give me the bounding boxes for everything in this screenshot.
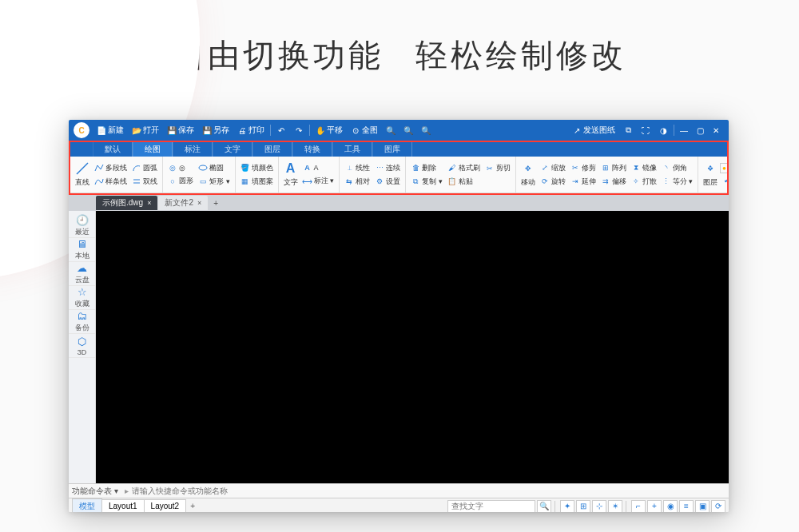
- fillet-tool[interactable]: ◝倒角: [659, 162, 696, 174]
- viewport-toggle[interactable]: ▣: [695, 500, 710, 513]
- maximize-button[interactable]: ▢: [692, 120, 708, 141]
- copy-tool[interactable]: ⧉复制 ▾: [408, 176, 445, 188]
- close-tab-icon[interactable]: ×: [197, 199, 201, 207]
- rotate-tool[interactable]: ⟳旋转: [538, 176, 568, 188]
- help-button[interactable]: ◑: [654, 120, 672, 141]
- fullscreen-button[interactable]: ⛶: [637, 120, 654, 141]
- continue-tool[interactable]: ⋯连续: [372, 162, 403, 174]
- undo-button[interactable]: ↶: [272, 120, 290, 141]
- open-button[interactable]: 📂打开: [128, 120, 163, 141]
- save-button[interactable]: 💾保存: [163, 120, 198, 141]
- eye-tool[interactable]: ◎◎: [165, 162, 196, 173]
- track-toggle[interactable]: +: [647, 500, 662, 513]
- trim-tool[interactable]: ✂修剪: [568, 162, 598, 174]
- align-tool[interactable]: ⇆相对: [342, 176, 372, 188]
- refresh-button[interactable]: ⟳: [711, 500, 725, 513]
- layout-tab[interactable]: Layout1: [101, 499, 145, 512]
- copy-link-button[interactable]: ⧉: [619, 120, 637, 141]
- cut-tool[interactable]: ✂剪切: [483, 162, 513, 174]
- menu-library[interactable]: 图库: [372, 142, 412, 157]
- dimension-tool[interactable]: ⟷标注 ▾: [300, 175, 337, 187]
- sidebar-item-local[interactable]: 🖥本地: [69, 238, 95, 262]
- new-button[interactable]: 📄新建: [93, 120, 128, 141]
- annotate-tool[interactable]: AA: [300, 162, 337, 173]
- divide-tool[interactable]: ⋮等分 ▾: [659, 176, 696, 188]
- menu-layer[interactable]: 图层: [252, 142, 292, 157]
- extend-tool[interactable]: ⇥延伸: [568, 176, 598, 188]
- sidebar-item-recent[interactable]: 🕘最近: [69, 214, 95, 238]
- zoom-fit-button[interactable]: ⊙全图: [347, 120, 382, 141]
- add-layout[interactable]: +: [185, 502, 200, 510]
- osnap-toggle[interactable]: ⌐: [631, 500, 646, 513]
- mirror-tool[interactable]: ⧗镜像: [629, 162, 659, 174]
- layout-tab-model[interactable]: 模型: [72, 498, 102, 513]
- menu-draw[interactable]: 绘图: [133, 142, 173, 157]
- mline-tool[interactable]: 双线: [129, 176, 160, 188]
- close-tab-icon[interactable]: ×: [147, 199, 151, 207]
- file-tab[interactable]: 示例图.dwg×: [96, 196, 157, 210]
- menu-tools[interactable]: 工具: [332, 142, 372, 157]
- file-tab[interactable]: 新文件2×: [158, 196, 208, 210]
- drawing-canvas[interactable]: [96, 211, 729, 483]
- fillcolor-tool[interactable]: 🪣填颜色: [238, 162, 276, 174]
- add-file-tab[interactable]: +: [209, 199, 223, 208]
- rect-tool[interactable]: ▭矩形 ▾: [196, 176, 233, 188]
- saveas-button[interactable]: 💾另存: [198, 120, 233, 141]
- move-tool[interactable]: ✥ 移动: [519, 158, 538, 191]
- redo-icon: ↷: [294, 125, 304, 135]
- send-drawing-button[interactable]: ↗发送图纸: [568, 120, 619, 141]
- linetype-tool[interactable]: ⟂线性: [342, 162, 372, 174]
- main-area: 🕘最近 🖥本地 ☁云盘 ☆收藏 🗂备份 ⬡3D: [69, 211, 729, 483]
- sidebar-item-favorite[interactable]: ☆收藏: [69, 286, 95, 310]
- redo-button[interactable]: ↷: [290, 120, 308, 141]
- snap-toggle[interactable]: ✦: [560, 500, 574, 513]
- menu-convert[interactable]: 转换: [292, 142, 332, 157]
- lineweight-toggle[interactable]: ≡: [679, 500, 694, 513]
- settings-tool[interactable]: ⚙设置: [372, 176, 403, 188]
- array-tool[interactable]: ⊞阵列: [598, 162, 629, 174]
- layer-manager[interactable]: ❖ 图层: [701, 158, 720, 191]
- polar-toggle[interactable]: ✶: [608, 500, 622, 513]
- print-button[interactable]: 🖨打印: [233, 120, 268, 141]
- grid-toggle[interactable]: ⊞: [576, 500, 590, 513]
- explode-tool[interactable]: ✧打散: [629, 176, 659, 188]
- zoom-in-button[interactable]: 🔍: [382, 120, 400, 141]
- matchprop-tool[interactable]: 🖌格式刷: [445, 162, 483, 174]
- command-input[interactable]: [132, 486, 725, 495]
- sidebar-item-cloud[interactable]: ☁云盘: [69, 262, 95, 286]
- delete-tool[interactable]: 🗑删除: [408, 162, 445, 174]
- spline-tool[interactable]: 样条线: [92, 176, 129, 188]
- color-toggle[interactable]: ◉: [663, 500, 678, 513]
- command-label[interactable]: 功能命令表 ▾: [72, 486, 118, 497]
- feature-highlight: 默认 绘图 标注 文字 图层 转换 工具 图库 直线 多段线 样条线: [69, 141, 729, 195]
- menu-text[interactable]: 文字: [213, 142, 252, 157]
- search-input[interactable]: [447, 500, 535, 513]
- polyline-tool[interactable]: 多段线: [92, 162, 129, 174]
- menu-dimension[interactable]: 标注: [173, 142, 213, 157]
- text-tool[interactable]: A 文字: [281, 158, 300, 191]
- circle-icon: ○: [168, 177, 177, 186]
- paste-tool[interactable]: 📋粘贴: [445, 176, 483, 188]
- circle-tool[interactable]: ○圆形: [165, 175, 196, 187]
- bucket-icon: 🪣: [240, 163, 250, 173]
- search-button[interactable]: 🔍: [537, 500, 551, 513]
- lw-icon: ≡: [684, 502, 689, 510]
- scale-tool[interactable]: ⤢缩放: [538, 162, 568, 174]
- line-tool[interactable]: 直线: [73, 158, 92, 191]
- layout-tab[interactable]: Layout2: [144, 499, 187, 512]
- sidebar-item-3d[interactable]: ⬡3D: [69, 334, 95, 358]
- ellipse-tool[interactable]: 椭圆: [196, 162, 233, 174]
- zoom-window-button[interactable]: 🔍: [417, 120, 435, 141]
- set-current-layer[interactable]: ✔置为当前: [720, 175, 727, 187]
- layer-selector[interactable]: ● ☀ 🔒 0▾: [720, 163, 727, 173]
- offset-tool[interactable]: ⇉偏移: [598, 176, 629, 188]
- minimize-button[interactable]: —: [676, 120, 692, 141]
- close-button[interactable]: ✕: [708, 120, 724, 141]
- hatch-tool[interactable]: ▦填图案: [238, 176, 276, 188]
- sidebar-item-backup[interactable]: 🗂备份: [69, 310, 95, 334]
- zoom-out-button[interactable]: 🔍: [400, 120, 417, 141]
- pan-button[interactable]: ✋平移: [312, 120, 347, 141]
- menu-default[interactable]: 默认: [93, 142, 133, 157]
- arc-tool[interactable]: 圆弧: [129, 162, 160, 174]
- ortho-toggle[interactable]: ⊹: [592, 500, 606, 513]
